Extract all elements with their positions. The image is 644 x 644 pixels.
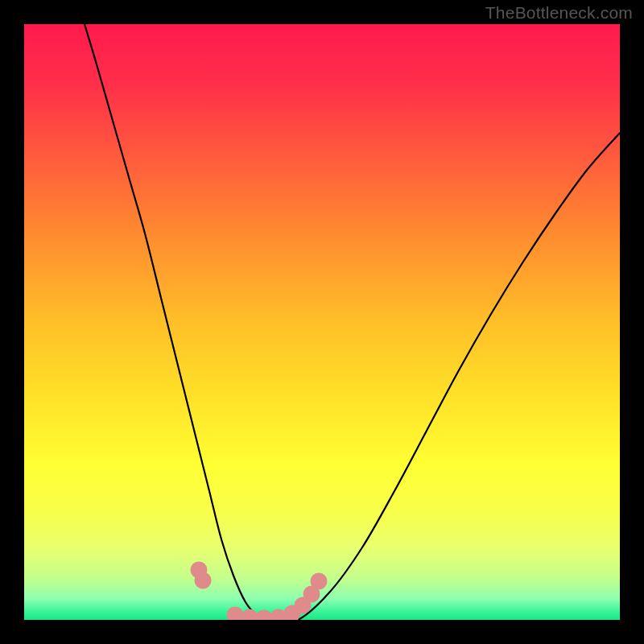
curve-layer [24, 24, 620, 620]
marker-dot [242, 609, 258, 621]
watermark-text: TheBottleneck.com [485, 3, 633, 23]
highlight-markers [191, 562, 328, 621]
bottleneck-curve [85, 24, 620, 620]
marker-dot [195, 572, 212, 589]
chart-frame: TheBottleneck.com [0, 0, 644, 644]
marker-dot [227, 607, 244, 621]
marker-dot [311, 573, 328, 590]
marker-dot [256, 610, 273, 621]
plot-area [24, 24, 620, 620]
